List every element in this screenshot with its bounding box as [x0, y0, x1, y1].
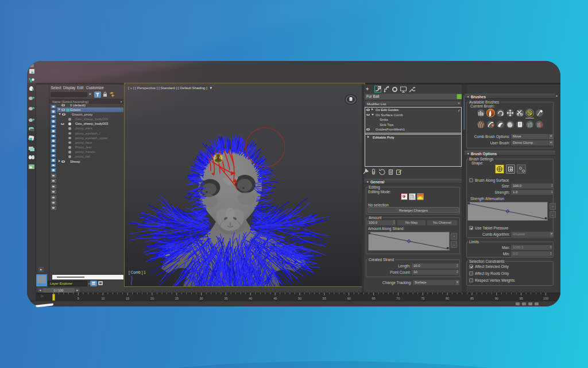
svg-text:50: 50 — [298, 297, 301, 300]
svg-text:30: 30 — [200, 297, 203, 300]
svg-text:70: 70 — [396, 297, 400, 300]
svg-text:85: 85 — [470, 297, 474, 300]
svg-text:45: 45 — [273, 297, 277, 300]
svg-text:5: 5 — [78, 297, 79, 300]
svg-text:60: 60 — [347, 297, 351, 300]
svg-text:90: 90 — [495, 297, 498, 300]
svg-text:15: 15 — [126, 297, 129, 300]
svg-text:55: 55 — [323, 297, 326, 300]
svg-text:40: 40 — [249, 297, 252, 300]
svg-text:20: 20 — [150, 297, 154, 300]
svg-text:95: 95 — [520, 297, 523, 300]
svg-text:10: 10 — [101, 297, 105, 300]
svg-text:75: 75 — [421, 297, 424, 300]
svg-text:35: 35 — [224, 297, 227, 300]
svg-text:100: 100 — [543, 297, 548, 300]
svg-text:65: 65 — [372, 297, 376, 300]
svg-text:25: 25 — [175, 297, 179, 300]
svg-text:80: 80 — [446, 297, 449, 300]
